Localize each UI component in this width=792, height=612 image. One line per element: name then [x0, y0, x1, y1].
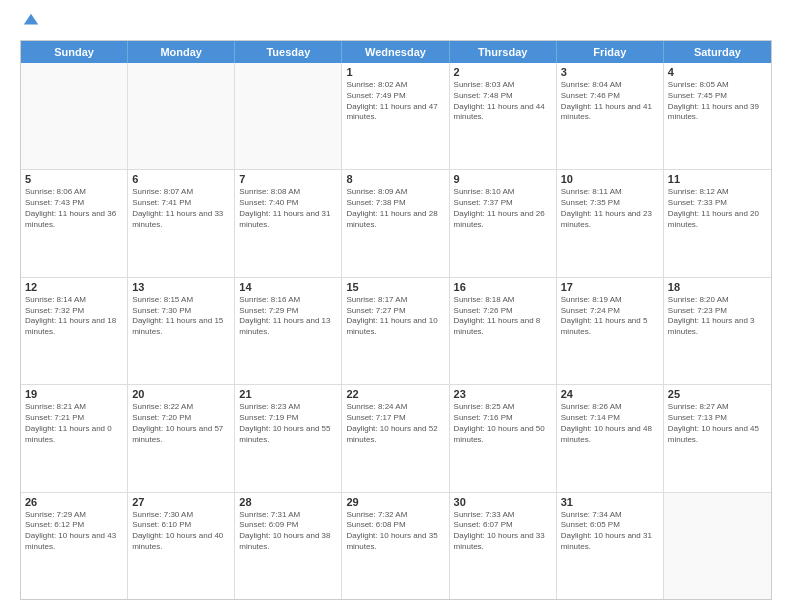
header [20, 16, 772, 34]
day-info: Sunrise: 8:16 AM Sunset: 7:29 PM Dayligh… [239, 295, 337, 338]
day-number: 14 [239, 281, 337, 293]
calendar-cell: 21Sunrise: 8:23 AM Sunset: 7:19 PM Dayli… [235, 385, 342, 491]
header-day-sunday: Sunday [21, 41, 128, 63]
calendar-body: 1Sunrise: 8:02 AM Sunset: 7:49 PM Daylig… [21, 63, 771, 599]
calendar-cell: 4Sunrise: 8:05 AM Sunset: 7:45 PM Daylig… [664, 63, 771, 169]
day-number: 9 [454, 173, 552, 185]
day-info: Sunrise: 8:02 AM Sunset: 7:49 PM Dayligh… [346, 80, 444, 123]
day-info: Sunrise: 7:32 AM Sunset: 6:08 PM Dayligh… [346, 510, 444, 553]
day-number: 23 [454, 388, 552, 400]
logo-icon [22, 12, 40, 30]
calendar-row-3: 19Sunrise: 8:21 AM Sunset: 7:21 PM Dayli… [21, 384, 771, 491]
day-info: Sunrise: 8:05 AM Sunset: 7:45 PM Dayligh… [668, 80, 767, 123]
calendar-cell: 14Sunrise: 8:16 AM Sunset: 7:29 PM Dayli… [235, 278, 342, 384]
calendar-cell: 2Sunrise: 8:03 AM Sunset: 7:48 PM Daylig… [450, 63, 557, 169]
day-number: 2 [454, 66, 552, 78]
day-number: 19 [25, 388, 123, 400]
calendar-cell: 20Sunrise: 8:22 AM Sunset: 7:20 PM Dayli… [128, 385, 235, 491]
calendar-cell: 31Sunrise: 7:34 AM Sunset: 6:05 PM Dayli… [557, 493, 664, 599]
calendar-cell: 23Sunrise: 8:25 AM Sunset: 7:16 PM Dayli… [450, 385, 557, 491]
day-number: 31 [561, 496, 659, 508]
calendar-cell: 26Sunrise: 7:29 AM Sunset: 6:12 PM Dayli… [21, 493, 128, 599]
calendar-row-1: 5Sunrise: 8:06 AM Sunset: 7:43 PM Daylig… [21, 169, 771, 276]
day-info: Sunrise: 8:03 AM Sunset: 7:48 PM Dayligh… [454, 80, 552, 123]
calendar-cell: 19Sunrise: 8:21 AM Sunset: 7:21 PM Dayli… [21, 385, 128, 491]
day-info: Sunrise: 8:18 AM Sunset: 7:26 PM Dayligh… [454, 295, 552, 338]
day-number: 15 [346, 281, 444, 293]
day-info: Sunrise: 7:30 AM Sunset: 6:10 PM Dayligh… [132, 510, 230, 553]
header-day-tuesday: Tuesday [235, 41, 342, 63]
header-day-wednesday: Wednesday [342, 41, 449, 63]
day-number: 27 [132, 496, 230, 508]
calendar-cell [21, 63, 128, 169]
calendar-cell: 3Sunrise: 8:04 AM Sunset: 7:46 PM Daylig… [557, 63, 664, 169]
day-info: Sunrise: 8:20 AM Sunset: 7:23 PM Dayligh… [668, 295, 767, 338]
day-info: Sunrise: 7:34 AM Sunset: 6:05 PM Dayligh… [561, 510, 659, 553]
day-info: Sunrise: 8:15 AM Sunset: 7:30 PM Dayligh… [132, 295, 230, 338]
day-number: 25 [668, 388, 767, 400]
day-number: 17 [561, 281, 659, 293]
day-info: Sunrise: 8:04 AM Sunset: 7:46 PM Dayligh… [561, 80, 659, 123]
day-number: 20 [132, 388, 230, 400]
header-day-monday: Monday [128, 41, 235, 63]
calendar-cell: 7Sunrise: 8:08 AM Sunset: 7:40 PM Daylig… [235, 170, 342, 276]
day-number: 5 [25, 173, 123, 185]
day-number: 21 [239, 388, 337, 400]
calendar-cell [664, 493, 771, 599]
day-number: 11 [668, 173, 767, 185]
calendar-cell [128, 63, 235, 169]
calendar-cell: 10Sunrise: 8:11 AM Sunset: 7:35 PM Dayli… [557, 170, 664, 276]
calendar-cell: 1Sunrise: 8:02 AM Sunset: 7:49 PM Daylig… [342, 63, 449, 169]
calendar-cell [235, 63, 342, 169]
day-info: Sunrise: 8:26 AM Sunset: 7:14 PM Dayligh… [561, 402, 659, 445]
calendar-cell: 17Sunrise: 8:19 AM Sunset: 7:24 PM Dayli… [557, 278, 664, 384]
day-number: 26 [25, 496, 123, 508]
calendar-cell: 9Sunrise: 8:10 AM Sunset: 7:37 PM Daylig… [450, 170, 557, 276]
day-info: Sunrise: 8:23 AM Sunset: 7:19 PM Dayligh… [239, 402, 337, 445]
day-info: Sunrise: 8:19 AM Sunset: 7:24 PM Dayligh… [561, 295, 659, 338]
day-number: 16 [454, 281, 552, 293]
calendar-cell: 12Sunrise: 8:14 AM Sunset: 7:32 PM Dayli… [21, 278, 128, 384]
calendar-cell: 16Sunrise: 8:18 AM Sunset: 7:26 PM Dayli… [450, 278, 557, 384]
day-number: 12 [25, 281, 123, 293]
header-day-thursday: Thursday [450, 41, 557, 63]
calendar-cell: 5Sunrise: 8:06 AM Sunset: 7:43 PM Daylig… [21, 170, 128, 276]
day-info: Sunrise: 8:17 AM Sunset: 7:27 PM Dayligh… [346, 295, 444, 338]
day-number: 29 [346, 496, 444, 508]
calendar-cell: 28Sunrise: 7:31 AM Sunset: 6:09 PM Dayli… [235, 493, 342, 599]
calendar-cell: 24Sunrise: 8:26 AM Sunset: 7:14 PM Dayli… [557, 385, 664, 491]
day-info: Sunrise: 8:12 AM Sunset: 7:33 PM Dayligh… [668, 187, 767, 230]
day-info: Sunrise: 7:31 AM Sunset: 6:09 PM Dayligh… [239, 510, 337, 553]
day-info: Sunrise: 8:27 AM Sunset: 7:13 PM Dayligh… [668, 402, 767, 445]
calendar-row-0: 1Sunrise: 8:02 AM Sunset: 7:49 PM Daylig… [21, 63, 771, 169]
calendar-cell: 6Sunrise: 8:07 AM Sunset: 7:41 PM Daylig… [128, 170, 235, 276]
day-number: 28 [239, 496, 337, 508]
day-number: 1 [346, 66, 444, 78]
calendar-cell: 22Sunrise: 8:24 AM Sunset: 7:17 PM Dayli… [342, 385, 449, 491]
day-info: Sunrise: 7:29 AM Sunset: 6:12 PM Dayligh… [25, 510, 123, 553]
header-day-friday: Friday [557, 41, 664, 63]
day-info: Sunrise: 8:25 AM Sunset: 7:16 PM Dayligh… [454, 402, 552, 445]
day-info: Sunrise: 8:09 AM Sunset: 7:38 PM Dayligh… [346, 187, 444, 230]
calendar-cell: 30Sunrise: 7:33 AM Sunset: 6:07 PM Dayli… [450, 493, 557, 599]
day-info: Sunrise: 8:10 AM Sunset: 7:37 PM Dayligh… [454, 187, 552, 230]
day-info: Sunrise: 8:14 AM Sunset: 7:32 PM Dayligh… [25, 295, 123, 338]
day-number: 22 [346, 388, 444, 400]
calendar-cell: 11Sunrise: 8:12 AM Sunset: 7:33 PM Dayli… [664, 170, 771, 276]
calendar-cell: 29Sunrise: 7:32 AM Sunset: 6:08 PM Dayli… [342, 493, 449, 599]
day-info: Sunrise: 8:22 AM Sunset: 7:20 PM Dayligh… [132, 402, 230, 445]
day-info: Sunrise: 8:21 AM Sunset: 7:21 PM Dayligh… [25, 402, 123, 445]
day-number: 30 [454, 496, 552, 508]
calendar-row-4: 26Sunrise: 7:29 AM Sunset: 6:12 PM Dayli… [21, 492, 771, 599]
logo [20, 16, 40, 34]
day-number: 10 [561, 173, 659, 185]
day-info: Sunrise: 8:08 AM Sunset: 7:40 PM Dayligh… [239, 187, 337, 230]
day-number: 18 [668, 281, 767, 293]
day-number: 24 [561, 388, 659, 400]
day-info: Sunrise: 8:24 AM Sunset: 7:17 PM Dayligh… [346, 402, 444, 445]
day-number: 6 [132, 173, 230, 185]
calendar-cell: 13Sunrise: 8:15 AM Sunset: 7:30 PM Dayli… [128, 278, 235, 384]
day-info: Sunrise: 8:07 AM Sunset: 7:41 PM Dayligh… [132, 187, 230, 230]
calendar-cell: 27Sunrise: 7:30 AM Sunset: 6:10 PM Dayli… [128, 493, 235, 599]
calendar-header: SundayMondayTuesdayWednesdayThursdayFrid… [21, 41, 771, 63]
